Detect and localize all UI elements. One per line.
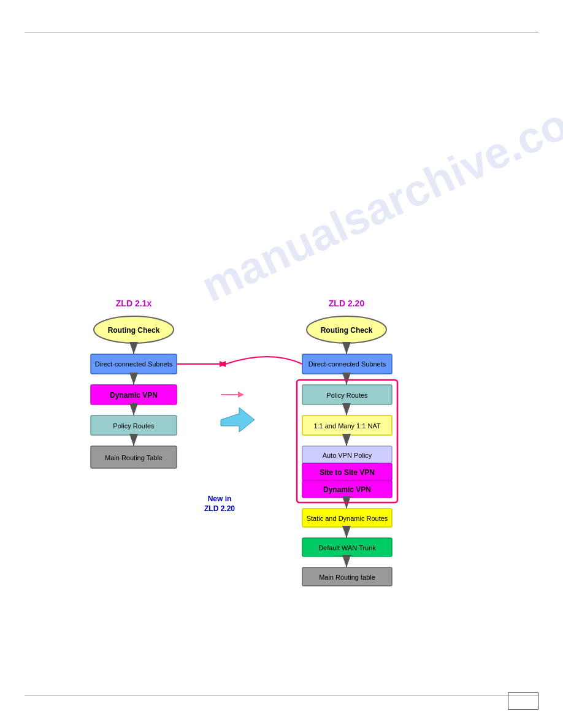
diagram-svg: ZLD 2.1x ZLD 2.20 Routing Check Direct-c… (0, 288, 563, 717)
svg-marker-30 (221, 408, 255, 432)
left-policy-routes: Policy Routes (113, 422, 155, 430)
watermark: manualsarchive.com (194, 82, 563, 311)
left-direct-subnets: Direct-connected Subnets (95, 360, 173, 368)
top-divider (25, 32, 538, 32)
left-main-routing: Main Routing Table (105, 454, 163, 461)
new-in-label-2: ZLD 2.20 (204, 504, 235, 513)
right-dynamic-vpn: Dynamic VPN (323, 485, 371, 494)
right-auto-vpn: Auto VPN Policy (323, 452, 372, 459)
right-policy-routes: Policy Routes (326, 392, 368, 399)
zld-220-label: ZLD 2.20 (329, 298, 365, 308)
svg-marker-32 (238, 392, 244, 398)
left-dynamic-vpn: Dynamic VPN (110, 391, 158, 400)
zld-21x-label: ZLD 2.1x (116, 298, 152, 308)
left-oval-label: Routing Check (108, 326, 160, 335)
right-default-wan: Default WAN Trunk (318, 544, 376, 552)
right-static-dynamic: Static and Dynamic Routes (307, 515, 388, 522)
right-oval-label: Routing Check (321, 326, 373, 335)
right-nat: 1:1 and Many 1:1 NAT (313, 422, 381, 430)
right-direct-subnets: Direct-connected Subnets (308, 360, 386, 368)
right-site-vpn: Site to Site VPN (320, 468, 375, 477)
new-in-label: New in (208, 495, 232, 503)
right-main-routing: Main Routing table (319, 574, 375, 581)
